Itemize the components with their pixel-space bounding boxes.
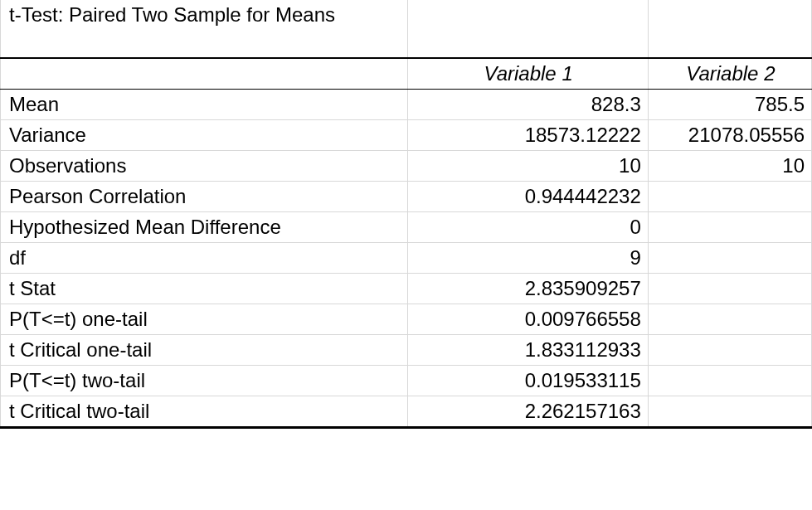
row-value-v2 xyxy=(648,243,811,274)
row-value-v1: 2.262157163 xyxy=(407,396,648,428)
row-label: Hypothesized Mean Difference xyxy=(1,212,408,243)
row-value-v2: 785.5 xyxy=(648,90,811,120)
empty-cell xyxy=(1,30,408,58)
row-value-v2 xyxy=(648,335,811,366)
row-value-v2 xyxy=(648,366,811,396)
empty-cell xyxy=(1,58,408,90)
row-value-v2 xyxy=(648,212,811,243)
spreadsheet-output: t-Test: Paired Two Sample for Means Vari… xyxy=(0,0,812,510)
empty-cell xyxy=(648,30,811,58)
row-label: Observations xyxy=(1,151,408,182)
empty-cell xyxy=(407,30,648,58)
table-row: t Critical one-tail 1.833112933 xyxy=(1,335,812,366)
row-label: Mean xyxy=(1,90,408,120)
row-value-v1: 9 xyxy=(407,243,648,274)
empty-cell xyxy=(407,0,648,30)
row-value-v1: 2.835909257 xyxy=(407,274,648,304)
table-row: Variance 18573.12222 21078.05556 xyxy=(1,120,812,151)
table-row: t Critical two-tail 2.262157163 xyxy=(1,396,812,428)
title-row: t-Test: Paired Two Sample for Means xyxy=(1,0,812,30)
row-value-v1: 10 xyxy=(407,151,648,182)
table-row: P(T<=t) two-tail 0.019533115 xyxy=(1,366,812,396)
table-row: Hypothesized Mean Difference 0 xyxy=(1,212,812,243)
row-value-v2: 10 xyxy=(648,151,811,182)
header-row: Variable 1 Variable 2 xyxy=(1,58,812,90)
row-label: Variance xyxy=(1,120,408,151)
row-value-v1: 0.019533115 xyxy=(407,366,648,396)
row-value-v1: 0.944442232 xyxy=(407,182,648,212)
row-value-v1: 18573.12222 xyxy=(407,120,648,151)
row-label: t Critical two-tail xyxy=(1,396,408,428)
row-value-v1: 0 xyxy=(407,212,648,243)
row-value-v1: 828.3 xyxy=(407,90,648,120)
table-row: P(T<=t) one-tail 0.009766558 xyxy=(1,304,812,335)
spacer-row xyxy=(1,30,812,58)
col-header-var2: Variable 2 xyxy=(648,58,811,90)
col-header-var1: Variable 1 xyxy=(407,58,648,90)
table-row: Mean 828.3 785.5 xyxy=(1,90,812,120)
table-row: Pearson Correlation 0.944442232 xyxy=(1,182,812,212)
row-value-v2: 21078.05556 xyxy=(648,120,811,151)
table-title: t-Test: Paired Two Sample for Means xyxy=(1,0,408,30)
ttest-table: t-Test: Paired Two Sample for Means Vari… xyxy=(0,0,812,429)
row-label: Pearson Correlation xyxy=(1,182,408,212)
row-label: t Critical one-tail xyxy=(1,335,408,366)
table-row: df 9 xyxy=(1,243,812,274)
empty-cell xyxy=(648,0,811,30)
row-value-v2 xyxy=(648,396,811,428)
row-label: t Stat xyxy=(1,274,408,304)
row-label: P(T<=t) one-tail xyxy=(1,304,408,335)
row-value-v1: 0.009766558 xyxy=(407,304,648,335)
row-value-v2 xyxy=(648,304,811,335)
row-label: P(T<=t) two-tail xyxy=(1,366,408,396)
row-value-v2 xyxy=(648,274,811,304)
row-label: df xyxy=(1,243,408,274)
row-value-v1: 1.833112933 xyxy=(407,335,648,366)
table-row: t Stat 2.835909257 xyxy=(1,274,812,304)
table-row: Observations 10 10 xyxy=(1,151,812,182)
row-value-v2 xyxy=(648,182,811,212)
